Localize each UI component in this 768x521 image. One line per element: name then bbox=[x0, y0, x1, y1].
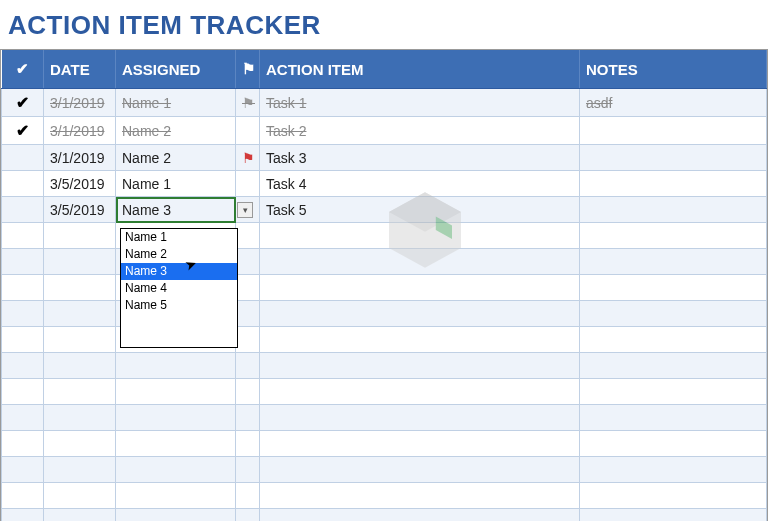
cell-action-item[interactable]: Task 4 bbox=[260, 171, 580, 197]
cell-empty[interactable] bbox=[44, 379, 116, 405]
cell-empty[interactable] bbox=[2, 327, 44, 353]
cell-empty[interactable] bbox=[44, 483, 116, 509]
assigned-dropdown[interactable]: Name 1Name 2Name 3Name 4Name 5 bbox=[120, 228, 238, 348]
cell-empty[interactable] bbox=[2, 457, 44, 483]
cell-empty[interactable] bbox=[2, 509, 44, 522]
cell-assigned[interactable]: Name 2 bbox=[116, 117, 236, 145]
cell-done-checkbox[interactable]: ✔ bbox=[2, 117, 44, 145]
cell-date[interactable]: 3/1/2019 bbox=[44, 89, 116, 117]
col-action-item[interactable]: ACTION ITEM bbox=[260, 50, 580, 89]
cell-empty[interactable] bbox=[260, 275, 580, 301]
cell-empty[interactable] bbox=[236, 327, 260, 353]
cell-empty[interactable] bbox=[2, 379, 44, 405]
cell-empty[interactable] bbox=[44, 353, 116, 379]
cell-notes[interactable] bbox=[580, 145, 767, 171]
cell-empty[interactable] bbox=[236, 223, 260, 249]
cell-done-checkbox[interactable] bbox=[2, 145, 44, 171]
cell-empty[interactable] bbox=[44, 275, 116, 301]
cell-empty[interactable] bbox=[2, 301, 44, 327]
cell-empty[interactable] bbox=[116, 405, 236, 431]
cell-empty[interactable] bbox=[580, 457, 767, 483]
cell-empty[interactable] bbox=[44, 301, 116, 327]
cell-notes[interactable] bbox=[580, 171, 767, 197]
cell-done-checkbox[interactable]: ✔ bbox=[2, 89, 44, 117]
cell-empty[interactable] bbox=[580, 431, 767, 457]
cell-notes[interactable] bbox=[580, 117, 767, 145]
cell-empty[interactable] bbox=[260, 379, 580, 405]
cell-empty[interactable] bbox=[236, 509, 260, 522]
cell-flag[interactable]: ⚑ bbox=[236, 89, 260, 117]
cell-flag[interactable] bbox=[236, 171, 260, 197]
cell-empty[interactable] bbox=[44, 223, 116, 249]
cell-empty[interactable] bbox=[2, 483, 44, 509]
cell-empty[interactable] bbox=[236, 301, 260, 327]
cell-assigned[interactable]: Name 1 bbox=[116, 171, 236, 197]
cell-empty[interactable] bbox=[2, 353, 44, 379]
cell-assigned[interactable]: Name 1 bbox=[116, 89, 236, 117]
cell-empty[interactable] bbox=[260, 509, 580, 522]
cell-empty[interactable] bbox=[260, 327, 580, 353]
cell-empty[interactable] bbox=[260, 431, 580, 457]
col-checkbox[interactable]: ✔ bbox=[2, 50, 44, 89]
cell-empty[interactable] bbox=[580, 327, 767, 353]
col-assigned[interactable]: ASSIGNED bbox=[116, 50, 236, 89]
cell-action-item[interactable]: Task 2 bbox=[260, 117, 580, 145]
cell-empty[interactable] bbox=[260, 249, 580, 275]
dropdown-option[interactable]: Name 4 bbox=[121, 280, 237, 297]
cell-empty[interactable] bbox=[2, 275, 44, 301]
cell-date[interactable]: 3/5/2019 bbox=[44, 197, 116, 223]
col-notes[interactable]: NOTES bbox=[580, 50, 767, 89]
cell-done-checkbox[interactable] bbox=[2, 197, 44, 223]
cell-empty[interactable] bbox=[2, 223, 44, 249]
col-date[interactable]: DATE bbox=[44, 50, 116, 89]
cell-notes[interactable] bbox=[580, 197, 767, 223]
cell-empty[interactable] bbox=[116, 379, 236, 405]
cell-empty[interactable] bbox=[44, 327, 116, 353]
cell-action-item[interactable]: Task 1 bbox=[260, 89, 580, 117]
cell-empty[interactable] bbox=[260, 223, 580, 249]
cell-empty[interactable] bbox=[116, 457, 236, 483]
dropdown-option[interactable]: Name 1 bbox=[121, 229, 237, 246]
cell-empty[interactable] bbox=[44, 457, 116, 483]
cell-empty[interactable] bbox=[44, 509, 116, 522]
cell-empty[interactable] bbox=[580, 483, 767, 509]
cell-empty[interactable] bbox=[260, 405, 580, 431]
cell-empty[interactable] bbox=[236, 405, 260, 431]
cell-empty[interactable] bbox=[116, 431, 236, 457]
col-flag[interactable]: ⚑ bbox=[236, 50, 260, 89]
cell-empty[interactable] bbox=[2, 405, 44, 431]
cell-empty[interactable] bbox=[236, 353, 260, 379]
dropdown-option[interactable]: Name 5 bbox=[121, 297, 237, 314]
cell-date[interactable]: 3/5/2019 bbox=[44, 171, 116, 197]
cell-empty[interactable] bbox=[116, 483, 236, 509]
cell-empty[interactable] bbox=[44, 249, 116, 275]
cell-action-item[interactable]: Task 5 bbox=[260, 197, 580, 223]
cell-empty[interactable] bbox=[580, 405, 767, 431]
dropdown-toggle-button[interactable]: ▾ bbox=[237, 202, 253, 218]
cell-empty[interactable] bbox=[2, 249, 44, 275]
cell-flag[interactable]: ⚑ bbox=[236, 145, 260, 171]
cell-empty[interactable] bbox=[116, 509, 236, 522]
cell-action-item[interactable]: Task 3 bbox=[260, 145, 580, 171]
cell-empty[interactable] bbox=[44, 431, 116, 457]
cell-empty[interactable] bbox=[260, 457, 580, 483]
cell-date[interactable]: 3/1/2019 bbox=[44, 145, 116, 171]
cell-flag[interactable] bbox=[236, 117, 260, 145]
cell-empty[interactable] bbox=[236, 457, 260, 483]
cell-assigned[interactable]: Name 2 bbox=[116, 145, 236, 171]
dropdown-option[interactable]: Name 3 bbox=[121, 263, 237, 280]
cell-empty[interactable] bbox=[580, 379, 767, 405]
cell-done-checkbox[interactable] bbox=[2, 171, 44, 197]
cell-empty[interactable] bbox=[236, 483, 260, 509]
cell-empty[interactable] bbox=[236, 275, 260, 301]
cell-empty[interactable] bbox=[580, 249, 767, 275]
cell-empty[interactable] bbox=[2, 431, 44, 457]
cell-empty[interactable] bbox=[580, 223, 767, 249]
cell-date[interactable]: 3/1/2019 bbox=[44, 117, 116, 145]
cell-empty[interactable] bbox=[260, 483, 580, 509]
cell-empty[interactable] bbox=[116, 353, 236, 379]
cell-notes[interactable]: asdf bbox=[580, 89, 767, 117]
cell-empty[interactable] bbox=[580, 509, 767, 522]
cell-empty[interactable] bbox=[260, 301, 580, 327]
cell-empty[interactable] bbox=[580, 301, 767, 327]
